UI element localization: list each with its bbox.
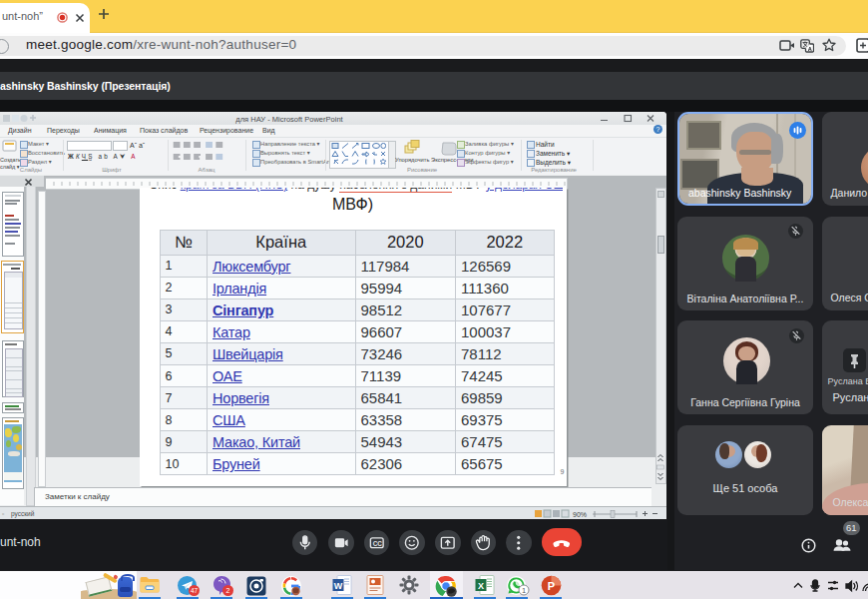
svg-text:2: 2	[226, 587, 230, 594]
svg-text:P: P	[548, 580, 555, 592]
svg-text:W: W	[334, 581, 343, 591]
svg-text:47: 47	[191, 587, 199, 594]
svg-text:1: 1	[522, 585, 526, 594]
svg-text:CC: CC	[372, 539, 382, 546]
svg-text:X: X	[478, 581, 484, 591]
